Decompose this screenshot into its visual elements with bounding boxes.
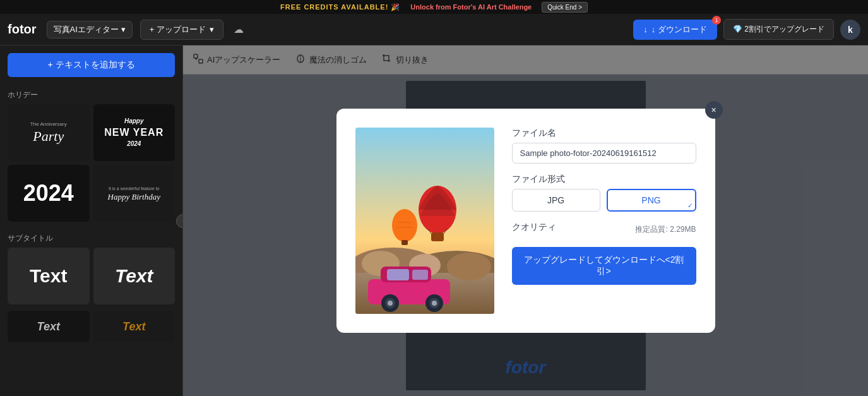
format-png-button[interactable]: PNG [607, 189, 696, 212]
upload-label: + アップロード [150, 24, 206, 35]
svg-rect-12 [401, 240, 408, 245]
filename-section: ファイル名 [512, 128, 696, 164]
template-item-2024[interactable]: 2024 [8, 165, 90, 222]
template-item-newyear[interactable]: Happy NEW YEAR 2024 [93, 104, 175, 161]
modal-preview-image [355, 128, 494, 314]
editor-dropdown[interactable]: 写真AIエディター ▾ [47, 21, 133, 39]
modal-form: ファイル名 ファイル形式 JPG PNG クオリティ 推定品質: 2 [512, 128, 696, 285]
header: fotor 写真AIエディター ▾ + アップロード ▾ ☁ ↓ ↓ ダウンロー… [0, 14, 868, 45]
svg-point-9 [447, 253, 491, 280]
template-newyear-text: Happy NEW YEAR 2024 [104, 117, 163, 148]
template-item-party[interactable]: The Anniversary Party [8, 104, 90, 161]
template-bday-sub: It is a wonderful feature to [107, 185, 161, 192]
quality-size-label: 推定品質: 2.29MB [635, 224, 696, 235]
template-text2-label: Text [115, 265, 153, 287]
avatar[interactable]: k [840, 20, 860, 40]
template-2024-text: 2024 [23, 180, 74, 207]
sidebar-section-holiday: ホリデー [0, 85, 182, 104]
modal-overlay: × [183, 45, 868, 396]
banner-quick-end-button[interactable]: Quick End > [542, 2, 588, 13]
banner-challenge-link[interactable]: Unlock from Fotor's AI Art Challenge [410, 3, 532, 11]
holiday-template-grid: The Anniversary Party Happy NEW YEAR 202… [0, 104, 182, 228]
download-modal: × [336, 109, 715, 333]
template-party-main: Party [33, 128, 64, 145]
template-item-extra2[interactable]: Text [93, 311, 175, 342]
logo: fotor [8, 22, 37, 37]
svg-point-25 [388, 301, 393, 306]
upgrade-download-button[interactable]: アップグレードしてダウンロードへ<2割引> [512, 247, 696, 285]
template-party-sub: The Anniversary [30, 121, 67, 127]
quality-section: クオリティ 推定品質: 2.29MB [512, 222, 696, 237]
quality-label: クオリティ [512, 222, 556, 233]
upgrade-download-label: アップグレードしてダウンロードへ<2割引> [524, 255, 684, 276]
download-badge: 1 [712, 16, 721, 25]
format-label: ファイル形式 [512, 174, 696, 185]
svg-point-28 [432, 301, 437, 306]
template-item-birthday[interactable]: It is a wonderful feature to Happy Birth… [93, 165, 175, 222]
modal-close-button[interactable]: × [705, 101, 723, 119]
more-template-grid: Text Text [0, 311, 182, 349]
add-text-button[interactable]: + テキストを追加する [8, 53, 175, 77]
upload-button[interactable]: + アップロード ▾ [140, 20, 223, 40]
template-text1-label: Text [30, 265, 67, 287]
template-bday-main: Happy Birthday [108, 192, 160, 202]
chevron-down-icon: ▾ [210, 25, 214, 34]
format-row: JPG PNG [512, 189, 696, 212]
upgrade-label: 💎 2割引でアップグレード [733, 24, 824, 35]
svg-rect-16 [431, 232, 444, 241]
content-area: AIアップスケーラー 魔法の消しゴム 切り抜き fotor [183, 45, 868, 396]
download-label: ↓ ダウンロード [651, 24, 707, 35]
chevron-down-icon: ▾ [121, 25, 126, 34]
sidebar-section-subtitle: サブタイトル [0, 228, 182, 248]
subtitle-template-grid: Text Text [0, 248, 182, 311]
editor-dropdown-label: 写真AIエディター [54, 24, 119, 35]
top-banner: FREE CREDITS AVAILABLE! 🎉 Unlock from Fo… [0, 0, 868, 14]
download-button[interactable]: ↓ ↓ ダウンロード 1 [633, 20, 717, 40]
sidebar: + テキストを追加する ホリデー The Anniversary Party H… [0, 45, 183, 396]
banner-credits-text: FREE CREDITS AVAILABLE! 🎉 [280, 3, 400, 11]
svg-rect-21 [387, 269, 409, 280]
format-jpg-button[interactable]: JPG [512, 189, 600, 212]
main-layout: + テキストを追加する ホリデー The Anniversary Party H… [0, 45, 868, 396]
download-icon: ↓ [643, 25, 648, 34]
svg-point-11 [392, 209, 417, 242]
template-item-extra1[interactable]: Text [8, 311, 90, 342]
template-item-text1[interactable]: Text [8, 248, 90, 304]
svg-rect-22 [412, 270, 428, 280]
template-item-text2[interactable]: Text [93, 248, 175, 304]
upgrade-button[interactable]: 💎 2割引でアップグレード [723, 19, 834, 40]
filename-label: ファイル名 [512, 128, 696, 139]
filename-input[interactable] [512, 143, 696, 164]
quality-row: クオリティ 推定品質: 2.29MB [512, 222, 696, 237]
format-section: ファイル形式 JPG PNG [512, 174, 696, 212]
cloud-icon[interactable]: ☁ [231, 22, 246, 37]
header-right: ↓ ↓ ダウンロード 1 💎 2割引でアップグレード k [633, 19, 860, 40]
